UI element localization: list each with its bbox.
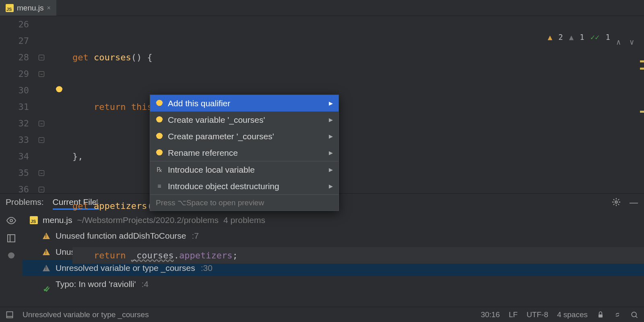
layout-icon[interactable] [6,233,16,243]
intention-item[interactable]: Create variable '_courses'▶ [150,111,339,128]
cursor-position[interactable]: 30:16 [481,310,500,319]
warning-icon [43,249,50,255]
fold-toggle[interactable]: − [39,71,44,77]
lock-icon[interactable] [597,311,605,319]
search-icon[interactable] [630,311,638,319]
encoding[interactable]: UTF-8 [526,310,548,319]
chevron-right-icon: ▶ [329,183,333,189]
lightbulb-icon[interactable] [6,251,16,261]
error-stripe[interactable] [639,16,644,193]
status-bar: Unresolved variable or type _courses 30:… [0,307,644,322]
chevron-down-icon[interactable]: ∨ [630,34,637,41]
fold-toggle[interactable]: − [39,170,44,176]
panel-toolbar [0,210,23,307]
fold-toggle[interactable]: − [39,137,44,143]
status-message: Unresolved variable or type _courses [23,310,149,319]
svg-rect-2 [8,235,15,242]
svg-point-7 [632,312,636,317]
chevron-right-icon: ▶ [329,133,333,139]
tab-bar: JS menu.js × [0,0,644,16]
line-gutter: 2627 2829 3031 3233 3435 36 [0,16,36,193]
popup-hint: Press ⌥Space to open preview [150,195,339,211]
js-file-icon: JS [6,4,14,12]
fold-toggle[interactable]: − [39,121,44,126]
lightbulb-icon[interactable] [56,86,63,93]
tab-filename: menu.js [17,4,44,12]
intention-item[interactable]: Create parameter '_courses'▶ [150,128,339,144]
sync-icon[interactable] [613,311,621,319]
intention-item[interactable]: ≡Introduce object destructuring▶ [150,178,339,194]
svg-rect-4 [7,312,13,318]
fold-toggle[interactable]: − [39,187,44,192]
close-icon[interactable]: × [47,4,51,12]
intention-item[interactable]: Add this qualifier▶ [150,95,339,111]
line-ending[interactable]: LF [509,310,518,319]
chevron-right-icon: ▶ [329,150,333,156]
refactor-icon: ≡ [156,183,163,190]
js-file-icon: JS [30,216,38,224]
chevron-up-icon[interactable]: ∧ [616,34,623,41]
lightbulb-icon [156,149,163,157]
editor-tab[interactable]: JS menu.js × [0,0,56,16]
tool-window-icon[interactable] [6,311,14,319]
fold-toggle[interactable]: − [39,55,44,60]
refactor-icon: ℞ [156,166,163,173]
chevron-right-icon: ▶ [329,167,333,173]
warning-icon [43,233,50,239]
svg-point-1 [10,219,12,222]
intention-popup: Add this qualifier▶ Create variable '_co… [150,95,339,211]
lightbulb-icon [156,100,163,107]
weak-warning-icon [43,265,50,271]
chevron-right-icon: ▶ [329,117,333,123]
svg-line-8 [636,316,637,318]
lightbulb-icon [156,116,163,124]
intention-item[interactable]: ℞Introduce local variable▶ [150,161,339,178]
panel-title: Problems: [6,197,44,207]
intention-item[interactable]: Rename reference▶ [150,144,339,161]
indent[interactable]: 4 spaces [557,310,588,319]
fold-column: − − − − − − [36,16,52,193]
eye-icon[interactable] [6,216,16,225]
bulb-column [52,16,72,193]
lightbulb-icon [156,133,163,140]
chevron-right-icon: ▶ [329,100,333,106]
inspection-widget[interactable]: ▲2 ▲1 ✓✓1 ∧ ∨ [548,29,637,45]
svg-rect-6 [599,314,603,318]
